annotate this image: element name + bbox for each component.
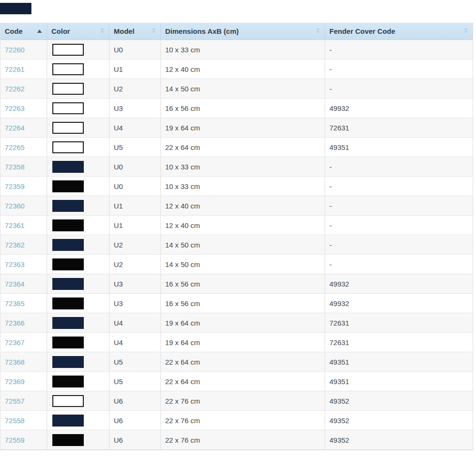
column-header-model[interactable]: Model [109, 23, 161, 40]
model-cell: U5 [109, 352, 161, 371]
code-link[interactable]: 72557 [5, 397, 25, 405]
color-swatch-navy [52, 356, 84, 368]
code-link[interactable]: 72559 [5, 436, 25, 444]
code-link[interactable]: 72366 [5, 319, 25, 327]
color-cell [47, 372, 109, 391]
table-row: 72368 U5 22 x 64 cm 49351 [0, 352, 473, 372]
sort-toggle-icon [316, 28, 320, 33]
table-row: 72367 U4 19 x 64 cm 72631 [0, 333, 473, 352]
product-table: CodeColorModelDimensions AxB (cm)Fender … [0, 23, 473, 450]
model-cell: U1 [109, 196, 161, 215]
color-cell [47, 235, 109, 254]
fender-cover-code-cell: - [325, 79, 473, 98]
model-cell: U6 [109, 411, 161, 430]
color-swatch-black [52, 376, 84, 387]
code-link[interactable]: 72358 [5, 163, 25, 171]
color-cell [47, 411, 109, 430]
model-cell: U4 [109, 333, 161, 352]
table-row: 72263 U3 16 x 56 cm 49932 [0, 99, 473, 118]
code-link[interactable]: 72363 [5, 260, 25, 268]
code-link[interactable]: 72367 [5, 338, 25, 347]
code-cell: 72367 [0, 333, 47, 352]
code-cell: 72364 [0, 274, 47, 293]
column-header-dim[interactable]: Dimensions AxB (cm) [161, 23, 325, 40]
code-cell: 72366 [0, 313, 47, 332]
fender-cover-code-cell: - [325, 177, 473, 196]
code-cell: 72265 [0, 138, 47, 157]
dimensions-cell: 19 x 64 cm [161, 118, 325, 137]
column-header-code[interactable]: Code [0, 23, 47, 40]
column-header-label: Fender Cover Code [329, 27, 395, 35]
color-swatch-black [52, 298, 84, 309]
dimensions-cell: 22 x 64 cm [161, 138, 325, 157]
code-cell: 72359 [0, 177, 47, 196]
code-link[interactable]: 72260 [5, 46, 25, 54]
code-cell: 72365 [0, 294, 47, 313]
code-link[interactable]: 72361 [5, 221, 25, 229]
code-cell: 72558 [0, 411, 47, 430]
color-swatch-black [52, 434, 84, 446]
fender-cover-code-cell: 49932 [325, 274, 473, 293]
code-link[interactable]: 72368 [5, 358, 25, 366]
color-swatch-navy [52, 415, 84, 426]
table-body: 72260 U0 10 x 33 cm - 72261 U1 12 x 40 c… [0, 40, 473, 450]
fender-cover-code-cell: - [325, 157, 473, 176]
color-swatch-navy [52, 317, 84, 329]
code-link[interactable]: 72369 [5, 377, 25, 386]
code-link[interactable]: 72261 [5, 65, 25, 73]
color-swatch-white [52, 395, 84, 407]
color-cell [47, 352, 109, 371]
color-swatch-navy [52, 278, 84, 290]
code-cell: 72557 [0, 391, 47, 410]
table-row: 72559 U6 22 x 76 cm 49352 [0, 430, 473, 450]
color-cell [47, 118, 109, 137]
code-link[interactable]: 72265 [5, 143, 25, 151]
fender-cover-code-cell: 49352 [325, 411, 473, 430]
model-cell: U3 [109, 294, 161, 313]
model-cell: U3 [109, 274, 161, 293]
dimensions-cell: 22 x 64 cm [161, 352, 325, 371]
dimensions-cell: 22 x 64 cm [161, 372, 325, 391]
code-link[interactable]: 72262 [5, 85, 25, 93]
table-row: 72360 U1 12 x 40 cm - [0, 196, 473, 216]
dimensions-cell: 22 x 76 cm [161, 411, 325, 430]
dimensions-cell: 14 x 50 cm [161, 235, 325, 254]
color-cell [47, 391, 109, 410]
code-link[interactable]: 72365 [5, 299, 25, 307]
fender-cover-code-cell: 49351 [325, 138, 473, 157]
dimensions-cell: 14 x 50 cm [161, 79, 325, 98]
column-header-fender[interactable]: Fender Cover Code [325, 23, 473, 40]
column-header-label: Color [51, 27, 70, 35]
top-strip [0, 0, 476, 23]
fender-cover-code-cell: 49352 [325, 391, 473, 410]
sort-ascending-icon [37, 30, 42, 33]
fender-cover-code-cell: - [325, 235, 473, 254]
model-cell: U5 [109, 372, 161, 391]
model-cell: U1 [109, 216, 161, 235]
fender-cover-code-cell: 72631 [325, 118, 473, 137]
color-swatch-white [52, 141, 84, 153]
code-link[interactable]: 72263 [5, 104, 25, 112]
model-cell: U2 [109, 255, 161, 274]
model-cell: U6 [109, 430, 161, 449]
code-cell: 72358 [0, 157, 47, 176]
code-link[interactable]: 72364 [5, 280, 25, 288]
table-header-row: CodeColorModelDimensions AxB (cm)Fender … [0, 23, 473, 40]
dimensions-cell: 10 x 33 cm [161, 157, 325, 176]
code-link[interactable]: 72359 [5, 182, 25, 190]
model-cell: U5 [109, 138, 161, 157]
page: { "top_strip": { "partial_swatch_color":… [0, 0, 476, 476]
color-swatch-white [52, 44, 84, 56]
code-cell: 72363 [0, 255, 47, 274]
column-header-label: Code [5, 27, 23, 35]
column-header-color[interactable]: Color [47, 23, 109, 40]
code-link[interactable]: 72362 [5, 241, 25, 249]
color-cell [47, 79, 109, 98]
color-swatch-white [52, 63, 84, 75]
fender-cover-code-cell: - [325, 216, 473, 235]
code-link[interactable]: 72558 [5, 416, 25, 425]
code-link[interactable]: 72264 [5, 124, 25, 132]
code-link[interactable]: 72360 [5, 202, 25, 210]
table-row: 72361 U1 12 x 40 cm - [0, 216, 473, 235]
table-row: 72369 U5 22 x 64 cm 49351 [0, 372, 473, 391]
